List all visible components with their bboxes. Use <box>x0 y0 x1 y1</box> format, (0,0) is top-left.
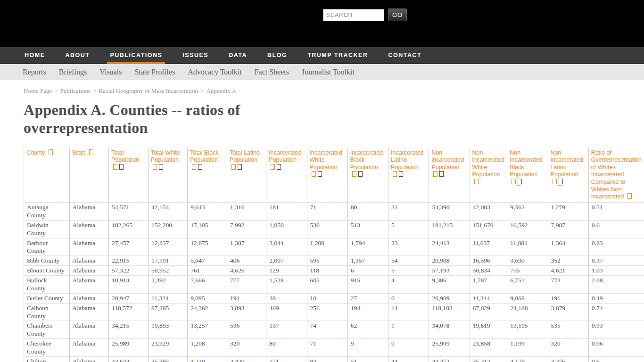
column-header[interactable]: Non-Incarcerated Latino Population <box>548 148 588 203</box>
sort-icon[interactable] <box>318 171 322 177</box>
value-cell: 50,834 <box>470 266 507 276</box>
nav-item-home[interactable]: HOME <box>25 47 45 63</box>
value-cell: 320 <box>548 339 588 357</box>
sort-icon[interactable] <box>512 179 516 184</box>
column-header[interactable]: Total White Population <box>149 148 188 203</box>
value-cell: 12,837 <box>149 238 188 256</box>
subnav-item-state-profiles[interactable]: State Profiles <box>134 68 175 76</box>
column-header[interactable]: Incarcerated Latino Population <box>388 148 429 203</box>
value-cell: 773 <box>548 276 588 294</box>
subnav-item-fact-sheets[interactable]: Fact Sheets <box>255 68 289 76</box>
value-cell: 2.08 <box>588 276 644 294</box>
nav-item-data[interactable]: DATA <box>229 47 247 63</box>
column-header[interactable]: Ratio of Overrepresentation of Whites In… <box>588 148 644 203</box>
value-cell: 11,314 <box>470 293 507 303</box>
nav-item-blog[interactable]: BLOG <box>267 47 287 63</box>
nav-item-contact[interactable]: CONTACT <box>388 47 421 63</box>
value-cell: 71 <box>307 203 347 221</box>
sub-nav: ReportsBriefingsVisualsState ProfilesAdv… <box>0 64 644 80</box>
nav-item-label: BLOG <box>267 52 287 58</box>
breadcrumb-link[interactable]: Appendix A <box>206 87 236 94</box>
sort-icon[interactable] <box>518 179 522 184</box>
breadcrumb-link[interactable]: Publications <box>60 87 91 94</box>
column-header[interactable]: Incarcerated Black Population <box>347 148 388 203</box>
sort-icon[interactable] <box>153 164 157 170</box>
sort-icon[interactable] <box>399 171 403 177</box>
column-header[interactable]: Non-Incarcerated Black Population <box>507 148 548 203</box>
sort-icon[interactable] <box>559 179 563 184</box>
county-cell: Bibb County <box>24 256 70 266</box>
nav-item-trump-tracker[interactable]: TRUMP TRACKER <box>307 47 368 63</box>
state-cell: Alabama <box>69 293 109 303</box>
sort-icon[interactable] <box>89 149 93 155</box>
column-header[interactable]: Non-incarcerated White Population <box>470 148 507 203</box>
breadcrumb-link[interactable]: Home Page <box>24 87 52 94</box>
state-cell: Alabama <box>69 321 109 339</box>
nav-item-about[interactable]: ABOUT <box>66 47 90 63</box>
column-header[interactable]: Total Population <box>109 148 149 203</box>
sort-icon[interactable] <box>198 164 202 170</box>
sort-icon[interactable] <box>358 171 363 177</box>
search-go-button[interactable]: GO <box>388 8 407 21</box>
value-cell: 181,215 <box>429 220 470 238</box>
subnav-item-advocacy-toolkit[interactable]: Advocacy Toolkit <box>188 68 242 76</box>
nav-item-label: TRUMP TRACKER <box>307 52 368 58</box>
column-header[interactable]: County <box>24 148 70 203</box>
value-cell: 3,044 <box>266 238 307 256</box>
value-cell: 1,528 <box>266 276 307 294</box>
sort-icon[interactable] <box>277 164 281 170</box>
value-cell: 22,915 <box>109 256 149 266</box>
sort-icon[interactable] <box>627 193 632 199</box>
column-header[interactable]: Incarcerated Population <box>266 148 307 203</box>
value-cell: 256 <box>307 303 347 321</box>
sort-icon[interactable] <box>271 164 275 170</box>
sort-icon[interactable] <box>113 164 117 170</box>
value-cell: 54,390 <box>429 203 470 221</box>
column-header[interactable]: Non-incarcerated Population <box>429 148 470 203</box>
value-cell: 1,787 <box>470 276 507 294</box>
search-input[interactable] <box>323 9 384 21</box>
table-header-row: County State Total Population Total Whit… <box>24 148 644 203</box>
value-cell: 137 <box>266 321 307 339</box>
nav-item-publications[interactable]: PUBLICATIONS <box>110 47 162 63</box>
value-cell: 469 <box>266 303 307 321</box>
value-cell: 1,794 <box>347 238 388 256</box>
subnav-item-briefings[interactable]: Briefings <box>59 68 87 76</box>
value-cell: 42,154 <box>149 203 188 221</box>
column-header[interactable]: Total Black Population <box>188 148 227 203</box>
value-cell: 0.37 <box>588 256 644 266</box>
main-nav: HOMEABOUTPUBLICATIONSISSUESDATABLOGTRUMP… <box>0 47 644 64</box>
value-cell: 23 <box>388 238 429 256</box>
column-header[interactable]: Incarcerated White Population <box>307 148 347 203</box>
breadcrumb-link[interactable]: Racial Geography of Mass Incarceration <box>99 87 198 94</box>
sort-icon[interactable] <box>433 171 438 177</box>
sort-icon[interactable] <box>159 164 163 170</box>
subnav-item-visuals[interactable]: Visuals <box>99 68 122 76</box>
sort-icon[interactable] <box>474 179 479 184</box>
sort-icon[interactable] <box>119 164 124 170</box>
sort-icon[interactable] <box>49 149 53 155</box>
value-cell: 320 <box>227 339 266 357</box>
sort-icon[interactable] <box>352 171 356 177</box>
sort-icon[interactable] <box>393 171 397 177</box>
subnav-item-reports[interactable]: Reports <box>23 68 46 76</box>
sort-icon[interactable] <box>192 164 196 170</box>
sort-icon[interactable] <box>312 171 316 177</box>
county-cell: Butler County <box>24 293 70 303</box>
nav-item-issues[interactable]: ISSUES <box>182 47 208 63</box>
column-header-label: Non-Incarcerated Latino Population <box>551 149 583 178</box>
sort-icon[interactable] <box>439 171 444 177</box>
value-cell: 4,179 <box>507 356 548 362</box>
column-header[interactable]: State <box>69 148 109 203</box>
county-cell: Chilton County <box>24 356 70 362</box>
column-header[interactable]: Total Latino Population <box>227 148 266 203</box>
value-cell: 0.6 <box>588 220 644 238</box>
value-cell: 915 <box>347 276 388 294</box>
subnav-item-label: Advocacy Toolkit <box>188 68 242 76</box>
column-header-label: Incarcerated Population <box>269 149 301 164</box>
sort-icon[interactable] <box>238 164 242 170</box>
breadcrumb-separator: > <box>93 87 96 94</box>
subnav-item-journalist-toolkit[interactable]: Journalist Toolkit <box>302 68 355 76</box>
sort-icon[interactable] <box>553 179 557 184</box>
sort-icon[interactable] <box>231 164 236 170</box>
